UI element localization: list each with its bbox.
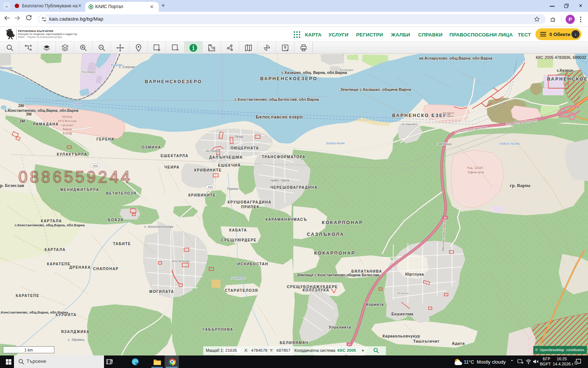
svg-text:КРЗ Флотски: КРЗ Флотски — [58, 119, 76, 123]
svg-text:ЛЮЦЕРНАТА: ЛЮЦЕРНАТА — [230, 146, 259, 150]
svg-text:Лазур: Лазур — [234, 135, 243, 138]
svg-text:310516 49164: 310516 49164 — [326, 142, 345, 145]
svg-text:ЕШЕКТАРЛА: ЕШЕКТАРЛА — [161, 154, 189, 158]
svg-text:САЗЛЪКОЛА: САЗЛЪКОЛА — [307, 232, 344, 237]
svg-text:ЕШЕКЧИЯ: ЕШЕКЧИЯ — [218, 163, 241, 167]
svg-text:с.Казашк: с.Казашк — [557, 68, 573, 72]
svg-text:КРИВИНИТЕ: КРИВИНИТЕ — [188, 193, 216, 197]
svg-text:ДАЛЪНЧЕШМА: ДАЛЪНЧЕШМА — [209, 155, 243, 159]
svg-text:КОКАРПОНАР: КОКАРПОНАР — [322, 220, 363, 225]
svg-text:яз Припек: яз Припек — [231, 276, 245, 280]
svg-text:Каракольовчукур: Каракольовчукур — [383, 334, 420, 338]
svg-text:Улуклията: Улуклията — [329, 325, 351, 329]
svg-text:ТЕЦ Варна: ТЕЦ Варна — [81, 70, 96, 74]
svg-text:Адата: Адата — [452, 341, 465, 346]
svg-text:ВЕТИТЕЛОЗЯ: ВЕТИТЕЛОЗЯ — [106, 191, 137, 195]
svg-text:с.Константиново, общ.Белослав,: с.Константиново, общ.Белослав, обл.Варна — [234, 97, 319, 102]
svg-text:Дивдярово: Дивдярово — [0, 66, 13, 70]
svg-text:А5: А5 — [348, 343, 351, 346]
svg-text:9004: 9004 — [208, 186, 213, 188]
svg-text:КРИВИНИТЕ: КРИВИНИТЕ — [194, 168, 222, 172]
svg-text:ГЕРЕНА: ГЕРЕНА — [96, 137, 114, 141]
svg-text:Аиробаза: Аиробаза — [442, 112, 454, 114]
svg-text:Езерово: Езерово — [111, 63, 123, 67]
svg-text:КАРТАЛА: КАРТАЛА — [44, 248, 65, 252]
svg-text:Под. 32020: Под. 32020 — [467, 166, 483, 170]
svg-text:ОЗМИНА: ОЗМИНА — [141, 145, 161, 149]
svg-text:ЗМ: ЗМ — [19, 119, 25, 123]
svg-text:с.Константиново, общ.Варна, об: с.Константиново, общ.Варна, обл.Варна — [0, 310, 68, 314]
svg-text:с.Константиново, общ.Варна, об: с.Константиново, общ.Варна, обл.Варна — [15, 223, 85, 227]
svg-text:БЕЛИЯЯМАЧ: БЕЛИЯЯМАЧ — [280, 341, 308, 345]
svg-text:Юртлука: Юртлука — [405, 272, 424, 276]
svg-text:ЯЗАЛДЖИКА: ЯЗАЛДЖИКА — [61, 330, 90, 334]
svg-text:МЕНИДЖИТЪРЛА: МЕНИДЖИТЪРЛА — [60, 188, 99, 192]
svg-text:ЕООД: ЕООД — [63, 131, 72, 135]
svg-text:СНАПОНАР: СНАПОНАР — [93, 267, 119, 271]
svg-text:КАБАТА: КАБАТА — [229, 228, 247, 232]
svg-text:Ташлъгичит: Ташлъгичит — [413, 339, 440, 343]
svg-text:ИСКИБОСТАН: ИСКИБОСТАН — [237, 262, 269, 266]
svg-text:КОКАРПОНАР: КОКАРПОНАР — [314, 251, 355, 256]
svg-text:Армут тарла: Армут тарла — [270, 178, 289, 182]
svg-text:КРУШОВАГРАДИНА: КРУШОВАГРАДИНА — [227, 200, 271, 204]
svg-text:ГАБЪРЛОКВА: ГАБЪРЛОКВА — [202, 328, 233, 332]
svg-text:Звездица: Звездица — [437, 142, 451, 146]
svg-text:с.Константиново, общ.Варна, об: с.Константиново, общ.Варна, обл.Варна — [5, 109, 79, 113]
svg-text:ВАРНЕНСКОЕЗЕРО: ВАРНЕНСКОЕЗЕРО — [145, 79, 202, 84]
svg-text:9004: 9004 — [93, 164, 98, 167]
svg-text:Землище с.Казашко, община Варн: Землище с.Казашко, община Варна — [340, 87, 411, 92]
svg-text:Туфна кула: Туфна кула — [467, 170, 484, 174]
svg-text:КАРАТЕПЕ: КАРАТЕПЕ — [47, 262, 71, 266]
svg-text:Звездица: Звездица — [397, 291, 409, 295]
svg-text:с. Казашко: с. Казашко — [336, 68, 354, 72]
svg-text:ВАРНЕНСКОЕЗЕ: ВАРНЕНСКОЕЗЕ — [547, 77, 588, 82]
svg-text:ПРИПЕК: ПРИПЕК — [241, 205, 259, 209]
svg-text:гр. Варна: гр. Варна — [510, 183, 531, 188]
svg-text:с. Здравец: с. Здравец — [68, 338, 85, 342]
svg-text:5: 5 — [576, 362, 577, 364]
svg-text:Екшиелма: Екшиелма — [391, 312, 413, 316]
svg-text:Землище с.Константиново,община: Землище с.Константиново,община Белослав — [297, 273, 380, 277]
svg-text:БОАЗА: БОАЗА — [108, 218, 124, 222]
svg-text:ДРЕНАКА: ДРЕНАКА — [69, 265, 91, 269]
svg-text:КУЛАКТЪРЛА: КУЛАКТЪРЛА — [57, 152, 87, 156]
svg-text:ТЕРЕМ-: ТЕРЕМ- — [61, 115, 73, 119]
svg-text:Константиново: Константиново — [172, 260, 190, 262]
svg-text:ЧЕИРА: ЧЕИРА — [164, 165, 179, 169]
svg-text:Арсенал: Арсенал — [61, 123, 74, 127]
svg-text:ТАБИТЕ: ТАБИТЕ — [113, 242, 131, 246]
svg-text:Варна: Варна — [63, 127, 72, 131]
svg-text:А5: А5 — [444, 216, 447, 219]
svg-text:Припек: Припек — [227, 187, 238, 191]
svg-text:КАРАМАНАЧМАСЪ: КАРАМАНАЧМАСЪ — [265, 217, 307, 222]
svg-text:Корията: Корията — [366, 302, 384, 307]
svg-text:КАРАТЕПЕ: КАРАТЕПЕ — [16, 294, 39, 298]
svg-text:КАРТАЛА: КАРТАЛА — [41, 219, 62, 223]
svg-text:с. Константиново: с. Константиново — [144, 225, 173, 229]
svg-text:"Чайка": "Чайка" — [445, 115, 455, 117]
svg-text:ВАРНЕНСКОЕЗЕРО: ВАРНЕНСКОЕЗЕРО — [260, 76, 318, 81]
svg-text:кв.Аспарухово, общ.Варна, обл.: кв.Аспарухово, общ.Варна, обл.Варна — [419, 56, 492, 60]
svg-text:ЧЕРЕШОВАГРАДИНА: ЧЕРЕШОВАГРАДИНА — [270, 185, 318, 190]
svg-text:ЗМ: ЗМ — [18, 103, 24, 108]
svg-text:яз.Орехчето: яз.Орехчето — [402, 123, 418, 126]
svg-text:ЗМ: ЗМ — [26, 112, 32, 116]
svg-text:310516 781306: 310516 781306 — [499, 142, 520, 145]
svg-text:СРЕЩУБОНДЖУКДЕРЕ: СРЕЩУБОНДЖУКДЕРЕ — [287, 285, 338, 289]
svg-text:Морна: Морна — [73, 102, 82, 105]
svg-text:СТАРИТЕЛОЗЯ: СТАРИТЕЛОЗЯ — [225, 289, 258, 293]
svg-text:МОГИЛАТА: МОГИЛАТА — [149, 290, 174, 294]
svg-text:Белославско езеро: Белославско езеро — [256, 114, 303, 120]
svg-text:СРЕЩУЮРДЕРЕ: СРЕЩУЮРДЕРЕ — [221, 238, 257, 242]
svg-text:ТРАНСФОРМАТОРА: ТРАНСФОРМАТОРА — [262, 155, 305, 159]
svg-text:яз Лазур: яз Лазур — [205, 149, 219, 153]
svg-text:РАМАДАНА: РАМАДАНА — [33, 122, 59, 126]
